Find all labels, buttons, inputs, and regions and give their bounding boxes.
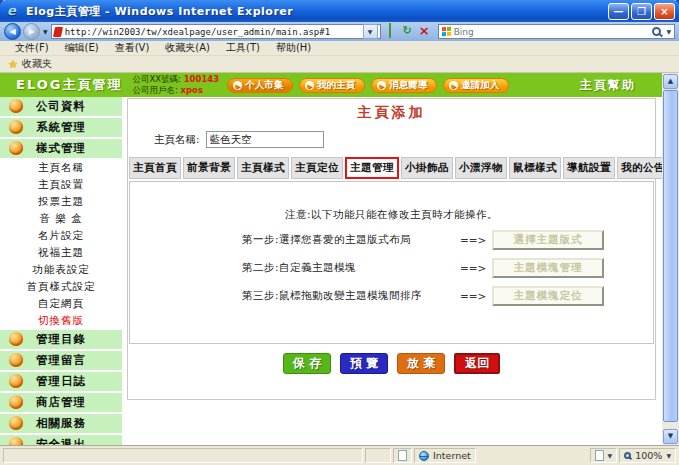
theme-module-manage-button[interactable]: 主題模塊管理 <box>492 258 604 278</box>
dropdown-icon[interactable]: ▼ <box>608 452 613 459</box>
refresh-icon[interactable]: ↻ <box>400 24 415 39</box>
sidebar-item-vote-topic[interactable]: 投票主題 <box>0 194 122 209</box>
choose-theme-layout-button[interactable]: 選擇主題版式 <box>492 230 604 250</box>
theme-module-position-button[interactable]: 主題模塊定位 <box>492 286 604 306</box>
step3-arrow: ==> <box>460 290 492 302</box>
main-content: 主頁添加 主頁名稱: 主頁首頁 前景背景 主頁樣式 主頁定位 主題管理 小掛飾品… <box>122 97 662 445</box>
theme-management-panel: 注意:以下功能只能在修改主頁時才能操作。 第一步:選擇您喜愛的主題版式布局 ==… <box>129 181 654 344</box>
action-buttons: 保 存 預 覽 放 棄 返回 <box>128 353 655 374</box>
nav-message-wizard[interactable]: ▶消息嚮導 <box>371 78 437 93</box>
menu-help[interactable]: 帮助(H) <box>269 41 318 55</box>
sidebar-item-switch-old-version[interactable]: 切換舊版 <box>0 313 122 328</box>
sidebar-item-manage-messages[interactable]: 管理留言 <box>0 351 122 370</box>
compatibility-view-icon[interactable] <box>383 24 398 39</box>
zoom-magnifier-icon <box>624 452 631 459</box>
status-page-segment <box>393 448 412 463</box>
forward-button[interactable]: ▶ <box>23 23 40 40</box>
shield-icon <box>595 450 604 461</box>
stop-icon[interactable]: × <box>417 24 432 39</box>
tab-homepage-position[interactable]: 主頁定位 <box>291 157 343 179</box>
scroll-down-icon[interactable]: ▼ <box>663 429 678 444</box>
tab-cursor-style[interactable]: 鼠標樣式 <box>509 157 561 179</box>
discard-button[interactable]: 放 棄 <box>397 353 445 374</box>
search-magnifier-icon[interactable] <box>652 27 661 36</box>
web-page: ELOG主頁管理 公司XX號碼: 100143 公司用戶名: xpos ▶个人市… <box>0 73 679 445</box>
account-info: 公司XX號碼: 100143 公司用戶名: xpos <box>132 74 219 95</box>
sidebar-item-style-mgmt[interactable]: 樣式管理 <box>0 139 122 158</box>
favorites-label[interactable]: 收藏夹 <box>22 57 52 71</box>
sidebar-item-frontpage-style[interactable]: 首頁樣式設定 <box>0 279 122 294</box>
url-input[interactable] <box>65 27 360 37</box>
address-field[interactable]: ▼ <box>51 24 381 39</box>
security-zone-segment: Internet <box>414 448 476 463</box>
homepage-name-input[interactable] <box>206 131 324 148</box>
company-user-label: 公司用戶名: <box>132 85 177 95</box>
sidebar-item-blessing-theme[interactable]: 祝福主題 <box>0 245 122 260</box>
homepage-name-label: 主頁名稱: <box>154 133 200 147</box>
return-button[interactable]: 返回 <box>454 353 500 374</box>
bullet-icon <box>9 395 23 409</box>
close-button[interactable]: × <box>654 3 675 20</box>
sidebar-item-company-info[interactable]: 公司資料 <box>0 97 122 116</box>
menu-tools[interactable]: 工具(T) <box>219 41 267 55</box>
sidebar-item-custom-page[interactable]: 自定網頁 <box>0 296 122 311</box>
tab-theme-management[interactable]: 主題管理 <box>345 157 399 179</box>
sidebar-item-homepage-name[interactable]: 主頁名稱 <box>0 160 122 175</box>
step1-arrow: ==> <box>460 234 492 246</box>
address-dropdown-icon[interactable]: ▼ <box>363 24 378 39</box>
bullet-icon <box>9 374 23 388</box>
search-input[interactable] <box>454 27 650 37</box>
site-brand: ELOG主頁管理 <box>0 76 132 94</box>
site-header: ELOG主頁管理 公司XX號碼: 100143 公司用戶名: xpos ▶个人市… <box>0 73 662 97</box>
bullet-icon <box>9 353 23 367</box>
menu-view[interactable]: 查看(V) <box>108 41 157 55</box>
history-dropdown-icon[interactable]: ▼ <box>42 28 49 35</box>
vertical-scrollbar[interactable]: ▲ ▼ <box>662 73 679 445</box>
sidebar-item-homepage-settings[interactable]: 主頁設置 <box>0 177 122 192</box>
tab-small-ornaments[interactable]: 小掛飾品 <box>401 157 453 179</box>
scroll-up-icon[interactable]: ▲ <box>663 74 678 89</box>
menu-favorites[interactable]: 收藏夹(A) <box>158 41 217 55</box>
preview-button[interactable]: 預 覽 <box>340 353 388 374</box>
step3-label: 第三步:鼠標拖動改變主題模塊間排序 <box>242 289 460 303</box>
sidebar-item-card-setting[interactable]: 名片設定 <box>0 228 122 243</box>
sidebar-item-manage-diary[interactable]: 管理日誌 <box>0 372 122 391</box>
window-title: Elog主頁管理 - Windows Internet Explorer <box>26 4 608 19</box>
tab-homepage-front[interactable]: 主頁首頁 <box>129 157 181 179</box>
sidebar-item-logout[interactable]: 安全退出 <box>0 435 122 445</box>
favorites-bar: ★ 收藏夹 <box>0 56 679 73</box>
sidebar-item-manage-directory[interactable]: 管理目錄 <box>0 330 122 349</box>
sidebar-item-related-services[interactable]: 相關服務 <box>0 414 122 433</box>
site-favicon-icon <box>53 27 63 37</box>
homepage-help-link[interactable]: 主頁幫助 <box>580 77 636 94</box>
tab-floating-objects[interactable]: 小漂浮物 <box>455 157 507 179</box>
bullet-icon <box>9 120 23 134</box>
back-button[interactable]: ◀ <box>4 23 21 40</box>
sidebar-item-music-box[interactable]: 音 樂 盒 <box>0 211 122 226</box>
protected-mode-segment[interactable]: ▼ <box>590 448 618 463</box>
menu-file[interactable]: 文件(F) <box>8 41 56 55</box>
search-dropdown-icon[interactable]: ▼ <box>666 28 671 35</box>
nav-my-homepage[interactable]: ▶我的主頁 <box>299 78 365 93</box>
favorites-star-icon[interactable]: ★ <box>8 58 18 71</box>
sidebar-item-system-mgmt[interactable]: 系統管理 <box>0 118 122 137</box>
scrollbar-thumb[interactable] <box>663 90 678 422</box>
nav-invite-join[interactable]: ▶邀請加入 <box>443 78 509 93</box>
sidebar-item-shop-mgmt[interactable]: 商店管理 <box>0 393 122 412</box>
maximize-button[interactable]: ❐ <box>631 3 652 20</box>
menu-edit[interactable]: 编辑(E) <box>58 41 106 55</box>
zoom-dropdown-icon[interactable]: ▼ <box>666 452 671 459</box>
save-button[interactable]: 保 存 <box>283 353 331 374</box>
minimize-button[interactable]: — <box>608 3 629 20</box>
tab-navigation-settings[interactable]: 導航設置 <box>563 157 615 179</box>
tab-homepage-style[interactable]: 主頁樣式 <box>237 157 289 179</box>
homepage-add-panel: 主頁添加 主頁名稱: 主頁首頁 前景背景 主頁樣式 主頁定位 主題管理 小掛飾品… <box>127 98 656 400</box>
company-user-value: xpos <box>181 85 203 95</box>
nav-personal-market[interactable]: ▶个人市集 <box>227 78 293 93</box>
tab-foreground-background[interactable]: 前景背景 <box>183 157 235 179</box>
sidebar-item-menu-setting[interactable]: 功能表設定 <box>0 262 122 277</box>
step-row-2: 第二步:自定義主題模塊 ==> 主題模塊管理 <box>242 258 653 278</box>
search-box[interactable]: ▼ <box>438 24 675 39</box>
tab-bar: 主頁首頁 前景背景 主頁樣式 主頁定位 主題管理 小掛飾品 小漂浮物 鼠標樣式 … <box>129 157 655 179</box>
zoom-segment[interactable]: 100% ▼ <box>619 448 676 463</box>
